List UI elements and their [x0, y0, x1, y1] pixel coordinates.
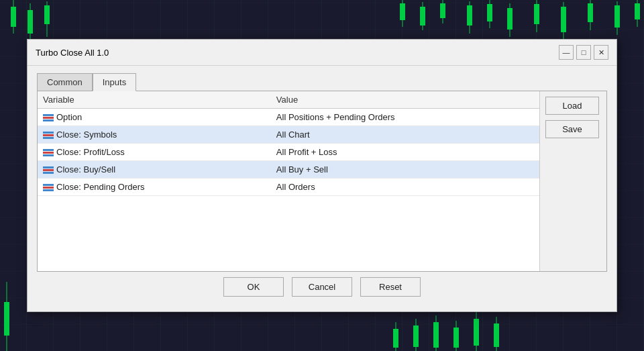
tab-inputs[interactable]: Inputs — [93, 73, 136, 91]
value-column-header: Value — [271, 91, 539, 109]
table-row[interactable]: Close: Pending OrdersAll Orders — [38, 179, 539, 196]
value-cell: All Positions + Pending Orders — [271, 109, 539, 126]
svg-rect-7 — [4, 302, 9, 336]
row-icon — [43, 166, 54, 174]
inputs-table: Variable Value OptionAll Positions + Pen… — [38, 91, 539, 196]
row-icon — [43, 149, 54, 156]
row-icon — [43, 132, 54, 139]
minimize-button[interactable]: — — [559, 45, 574, 60]
value-cell: All Orders — [271, 179, 539, 196]
table-row[interactable]: Close: Profit/LossAll Profit + Loss — [38, 144, 539, 161]
dialog: Turbo Close All 1.0 — □ ✕ Common Inputs — [27, 39, 617, 312]
close-button[interactable]: ✕ — [594, 45, 608, 60]
svg-rect-35 — [433, 322, 439, 348]
table-section: Variable Value OptionAll Positions + Pen… — [38, 91, 539, 271]
variable-cell: Close: Profit/Loss — [56, 147, 125, 157]
table-header-row: Variable Value — [38, 91, 539, 109]
variable-cell: Option — [56, 112, 82, 122]
svg-rect-19 — [507, 8, 513, 30]
value-cell: All Chart — [271, 126, 539, 144]
save-button[interactable]: Save — [545, 120, 599, 138]
variable-cell: Close: Symbols — [56, 130, 117, 140]
svg-rect-39 — [474, 319, 479, 346]
tab-common[interactable]: Common — [37, 73, 93, 91]
table-row[interactable]: Close: SymbolsAll Chart — [38, 126, 539, 144]
svg-rect-27 — [614, 5, 620, 28]
variable-column-header: Variable — [38, 91, 271, 109]
row-icon — [43, 114, 54, 121]
variable-cell: Close: Pending Orders — [56, 182, 145, 192]
svg-rect-31 — [393, 329, 398, 348]
svg-rect-9 — [400, 3, 405, 20]
title-bar-controls: — □ ✕ — [559, 45, 608, 60]
svg-rect-5 — [44, 5, 50, 24]
svg-rect-33 — [413, 325, 419, 347]
content-area: Variable Value OptionAll Positions + Pen… — [37, 91, 607, 272]
svg-rect-13 — [440, 3, 445, 18]
maximize-button[interactable]: □ — [576, 45, 591, 60]
svg-rect-29 — [635, 3, 640, 19]
svg-rect-23 — [561, 7, 566, 32]
bottom-buttons: OK Cancel Reset — [37, 272, 607, 305]
svg-rect-17 — [487, 4, 492, 21]
variable-cell: Close: Buy/Sell — [56, 164, 115, 174]
table-row[interactable]: OptionAll Positions + Pending Orders — [38, 109, 539, 126]
svg-rect-1 — [11, 7, 16, 27]
dialog-title: Turbo Close All 1.0 — [36, 48, 109, 58]
ok-button[interactable]: OK — [223, 277, 284, 297]
svg-rect-11 — [420, 7, 425, 26]
svg-rect-21 — [534, 4, 539, 24]
value-cell: All Profit + Loss — [271, 144, 539, 161]
svg-rect-15 — [467, 5, 472, 26]
title-bar: Turbo Close All 1.0 — □ ✕ — [28, 40, 616, 66]
table-row[interactable]: Close: Buy/SellAll Buy + Sell — [38, 161, 539, 179]
svg-rect-25 — [588, 3, 593, 22]
row-icon — [43, 184, 54, 191]
svg-rect-3 — [28, 10, 33, 34]
svg-rect-37 — [453, 328, 459, 348]
value-cell: All Buy + Sell — [271, 161, 539, 179]
cancel-button[interactable]: Cancel — [292, 277, 352, 297]
reset-button[interactable]: Reset — [360, 277, 421, 297]
tab-bar: Common Inputs — [37, 72, 607, 91]
load-button[interactable]: Load — [545, 97, 599, 115]
dialog-body: Common Inputs Variable Value Option — [28, 66, 616, 311]
svg-rect-41 — [494, 323, 499, 347]
side-buttons-section: Load Save — [539, 91, 606, 271]
